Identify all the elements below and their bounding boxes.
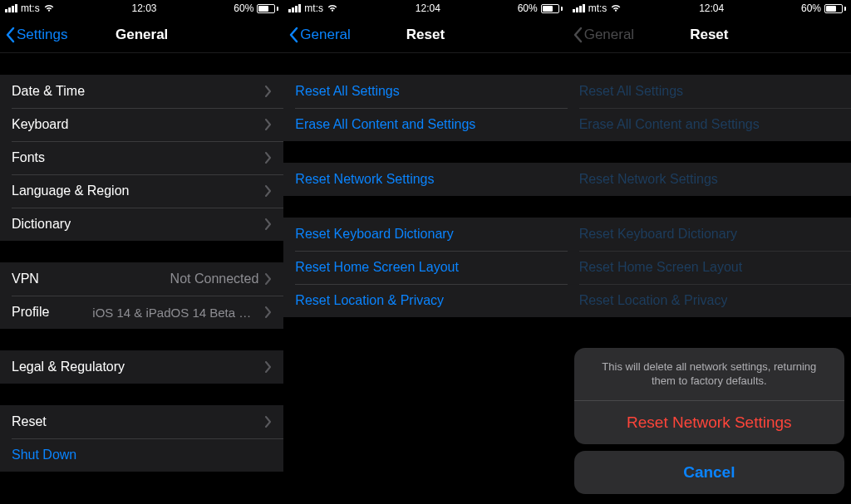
chevron-right-icon xyxy=(265,361,272,373)
chevron-left-icon xyxy=(288,27,298,43)
chevron-right-icon xyxy=(265,416,272,428)
row-erase-all[interactable]: Erase All Content and Settings xyxy=(283,108,567,141)
chevron-right-icon xyxy=(265,218,272,230)
signal-icon xyxy=(5,4,17,12)
row-reset[interactable]: Reset xyxy=(0,405,283,438)
status-bar: mt:s 12:04 60% xyxy=(568,0,851,17)
clock: 12:03 xyxy=(131,2,156,14)
chevron-right-icon xyxy=(265,306,272,318)
row-label: Reset xyxy=(12,414,47,429)
page-title: General xyxy=(116,27,168,43)
wifi-icon xyxy=(610,4,622,12)
row-reset-location-privacy: Reset Location & Privacy xyxy=(568,284,851,317)
row-shutdown[interactable]: Shut Down xyxy=(0,438,283,472)
row-reset-location-privacy[interactable]: Reset Location & Privacy xyxy=(283,284,567,317)
chevron-right-icon xyxy=(265,119,272,130)
action-sheet-message: This will delete all network settings, r… xyxy=(574,348,844,401)
back-label: General xyxy=(300,27,350,43)
row-label: Reset Location & Privacy xyxy=(579,293,728,308)
status-bar: mt:s 12:04 60% xyxy=(283,0,567,17)
group-reset-3: Reset Keyboard Dictionary Reset Home Scr… xyxy=(568,218,851,317)
row-profile[interactable]: Profile iOS 14 & iPadOS 14 Beta Softwar.… xyxy=(0,296,283,329)
nav-bar: General Reset xyxy=(568,17,851,53)
carrier-label: mt:s xyxy=(304,2,323,14)
status-bar: mt:s 12:03 60% xyxy=(0,0,283,17)
action-sheet-group: This will delete all network settings, r… xyxy=(574,348,844,444)
back-button[interactable]: Settings xyxy=(5,27,67,43)
row-label: Profile xyxy=(12,305,49,320)
screen-general: mt:s 12:03 60% Settings General Date & xyxy=(0,0,283,504)
clock: 12:04 xyxy=(416,2,440,14)
battery-pct: 60% xyxy=(518,2,538,14)
content: Reset All Settings Erase All Content and… xyxy=(283,53,567,317)
row-label: Keyboard xyxy=(12,117,69,132)
back-button[interactable]: General xyxy=(288,27,350,43)
page-title: Reset xyxy=(406,27,445,43)
group-reset-3: Reset Keyboard Dictionary Reset Home Scr… xyxy=(283,218,567,317)
chevron-right-icon xyxy=(265,273,272,285)
back-label: Settings xyxy=(17,27,67,43)
carrier-label: mt:s xyxy=(21,2,40,14)
row-reset-home-layout[interactable]: Reset Home Screen Layout xyxy=(283,251,567,284)
row-label: Erase All Content and Settings xyxy=(295,117,475,132)
row-erase-all: Erase All Content and Settings xyxy=(568,108,851,141)
row-label: Reset Location & Privacy xyxy=(295,293,444,308)
battery-icon xyxy=(257,4,278,13)
group-reset-shutdown: Reset Shut Down xyxy=(0,405,283,472)
back-button: General xyxy=(573,27,634,43)
row-date-time[interactable]: Date & Time xyxy=(0,75,283,108)
chevron-left-icon xyxy=(573,27,583,43)
row-reset-home-layout: Reset Home Screen Layout xyxy=(568,251,851,284)
clock: 12:04 xyxy=(699,2,724,14)
row-vpn[interactable]: VPN Not Connected xyxy=(0,262,283,296)
row-label: Reset Network Settings xyxy=(295,172,434,187)
back-label: General xyxy=(584,27,634,43)
group-vpn-profile: VPN Not Connected Profile iOS 14 & iPadO… xyxy=(0,262,283,329)
row-reset-network: Reset Network Settings xyxy=(568,163,851,196)
row-reset-network[interactable]: Reset Network Settings xyxy=(283,163,567,196)
row-label: Fonts xyxy=(12,150,45,165)
group-reset-2: Reset Network Settings xyxy=(283,163,567,196)
row-reset-all-settings[interactable]: Reset All Settings xyxy=(283,75,567,108)
nav-bar: General Reset xyxy=(283,17,567,53)
row-dictionary[interactable]: Dictionary xyxy=(0,208,283,241)
row-label: Reset Network Settings xyxy=(579,172,718,187)
vpn-status: Not Connected xyxy=(170,272,259,286)
action-sheet: This will delete all network settings, r… xyxy=(574,348,844,494)
cancel-button[interactable]: Cancel xyxy=(574,451,844,494)
row-label: Reset All Settings xyxy=(579,84,683,99)
confirm-reset-network-button[interactable]: Reset Network Settings xyxy=(574,401,844,444)
row-label: Reset Keyboard Dictionary xyxy=(295,227,453,242)
battery-icon xyxy=(541,4,563,13)
row-reset-keyboard-dict[interactable]: Reset Keyboard Dictionary xyxy=(283,218,567,251)
battery-icon xyxy=(824,4,846,13)
group-general-1: Date & Time Keyboard Fonts Language & Re… xyxy=(0,75,283,241)
page-title: Reset xyxy=(690,27,728,43)
row-fonts[interactable]: Fonts xyxy=(0,141,283,174)
profile-value: iOS 14 & iPadOS 14 Beta Softwar... xyxy=(92,306,258,320)
chevron-right-icon xyxy=(265,185,272,197)
signal-icon xyxy=(288,4,301,12)
row-label: Date & Time xyxy=(12,84,85,99)
screen-reset: mt:s 12:04 60% General Reset Reset All S… xyxy=(283,0,567,504)
row-label: Reset Home Screen Layout xyxy=(295,260,459,275)
row-language-region[interactable]: Language & Region xyxy=(0,174,283,208)
group-reset-1: Reset All Settings Erase All Content and… xyxy=(568,75,851,141)
signal-icon xyxy=(573,4,585,12)
battery-pct: 60% xyxy=(801,2,821,14)
chevron-left-icon xyxy=(5,27,15,43)
content: Reset All Settings Erase All Content and… xyxy=(568,53,851,317)
row-legal[interactable]: Legal & Regulatory xyxy=(0,350,283,384)
row-label: Legal & Regulatory xyxy=(12,360,125,374)
wifi-icon xyxy=(43,4,55,12)
battery-pct: 60% xyxy=(234,2,253,14)
group-legal: Legal & Regulatory xyxy=(0,350,283,384)
screen-reset-confirm: mt:s 12:04 60% General Reset Reset All S… xyxy=(568,0,851,504)
row-keyboard[interactable]: Keyboard xyxy=(0,108,283,141)
group-reset-2: Reset Network Settings xyxy=(568,163,851,196)
row-label: Reset Home Screen Layout xyxy=(579,260,743,275)
row-label: Erase All Content and Settings xyxy=(579,117,760,132)
content: Date & Time Keyboard Fonts Language & Re… xyxy=(0,53,283,472)
row-label: Reset Keyboard Dictionary xyxy=(579,227,737,242)
carrier-label: mt:s xyxy=(588,2,608,14)
